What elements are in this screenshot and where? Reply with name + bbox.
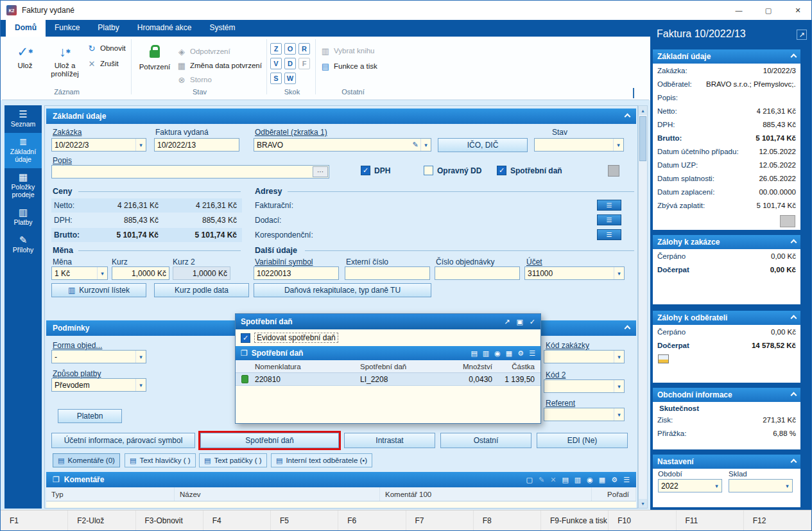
card-header[interactable]: Základní údaje (653, 49, 800, 64)
ucet-input[interactable] (525, 267, 614, 279)
spotrebni-dan-checkbox[interactable]: ✓ Spotřební daň (497, 166, 562, 175)
disabled-square-button[interactable] (608, 165, 619, 177)
referent-input[interactable] (544, 408, 614, 421)
fkey-f1[interactable]: F1 (1, 510, 68, 530)
collapse-icon[interactable] (791, 53, 797, 60)
fkey-f4[interactable]: F4 (203, 510, 271, 530)
popup-data-row[interactable]: 220810 LI_2208 0,0430 1 139,50 (236, 373, 540, 386)
dropdown-icon[interactable]: ▾ (712, 480, 721, 492)
odberatel-label[interactable]: Odběratel (zkratka 1) (255, 128, 327, 137)
edit-icon[interactable]: ✎ (539, 476, 544, 484)
fkey-f8[interactable]: F8 (474, 510, 541, 530)
fkey-f6[interactable]: F6 (338, 510, 406, 530)
referent-label[interactable]: Referent (546, 399, 575, 408)
fkey-f2[interactable]: F2-Ulož (68, 510, 135, 530)
maximize-button[interactable]: ▢ (754, 1, 783, 20)
storno-button[interactable]: ⊗ Storno (177, 73, 212, 86)
columns-icon[interactable]: ▦ (506, 349, 512, 358)
ribbon-tab-platby[interactable]: Platby (89, 20, 128, 37)
faktura-input[interactable] (154, 138, 239, 152)
sidebar-item-zakladni-udaje[interactable]: ≣ Základní údaje (4, 133, 42, 168)
popis-input[interactable] (51, 165, 329, 178)
jump-key-v[interactable]: V (270, 58, 282, 69)
collapse-icon[interactable] (791, 315, 797, 321)
kod-zakazky-combo[interactable]: ▾ (544, 350, 625, 363)
obdobi-input[interactable] (659, 480, 712, 492)
collapse-icon[interactable] (791, 458, 797, 465)
scroll-down-button[interactable]: ▾ (639, 499, 647, 508)
collapse-icon[interactable] (791, 239, 797, 245)
externi-input[interactable] (345, 266, 430, 280)
external-link-icon[interactable]: ↗ (797, 30, 807, 40)
jump-key-r[interactable]: R (298, 43, 310, 55)
column-nazev[interactable]: Název (175, 487, 380, 501)
pin-icon[interactable]: ▣ (516, 318, 523, 326)
fkey-f12[interactable]: F12 (744, 510, 811, 530)
menu-icon[interactable]: ☰ (623, 476, 630, 484)
column-spotrebni-dan[interactable]: Spotřební daň (360, 363, 455, 370)
obdobi-combo[interactable]: ▾ (658, 479, 722, 492)
kod2-input[interactable] (544, 380, 614, 392)
column-komentar[interactable]: Komentář 100 (380, 487, 592, 501)
delete-icon[interactable]: ✕ (550, 476, 556, 484)
kod-zakazky-input[interactable] (544, 351, 614, 363)
card-header[interactable]: Zálohy k zakázce (653, 235, 800, 249)
confirm-button[interactable]: Potvrzení (135, 39, 174, 88)
tab-text-hlavicky[interactable]: ▤Text hlavičky ( ) (125, 453, 196, 467)
popis-label[interactable]: Popis (53, 156, 72, 165)
kurzovni-listek-button[interactable]: ▥ Kurzovní lístek (51, 283, 146, 297)
mena-combo[interactable]: ▾ (51, 266, 108, 280)
zpusob-platby-combo[interactable]: ▾ (51, 378, 146, 392)
ribbon-tab-funkce[interactable]: Funkce (46, 20, 89, 37)
korespondencni-menu-button[interactable]: ☰ (597, 229, 621, 240)
varsym-label[interactable]: Variabilní symbol (255, 257, 313, 266)
dropdown-icon[interactable]: ▾ (614, 408, 624, 421)
sidebar-item-platby[interactable]: ▥ Platby (4, 204, 42, 231)
dropdown-icon[interactable]: ▾ (97, 267, 107, 279)
intrastat-button[interactable]: Intrastat (344, 433, 435, 448)
collapse-ribbon-button[interactable] (633, 89, 634, 98)
scroll-up-button[interactable]: ▴ (639, 106, 647, 115)
column-castka[interactable]: Částka (495, 363, 539, 370)
zpusob-platby-input[interactable] (52, 379, 135, 391)
forma-objednavky-combo[interactable]: ▾ (51, 350, 146, 363)
mena-input[interactable] (52, 267, 97, 279)
chart-icon[interactable]: ▥ (574, 476, 581, 484)
zakazka-label[interactable]: Zakázka (53, 128, 82, 137)
dropdown-icon[interactable]: ▾ (614, 267, 624, 279)
checkbox-checked-icon[interactable]: ✓ (241, 333, 250, 343)
ucet-combo[interactable]: ▾ (524, 266, 625, 280)
dph-checkbox[interactable]: ✓ DPH (361, 166, 390, 175)
minimize-button[interactable]: — (724, 1, 754, 20)
spotrebni-dan-button[interactable]: Spotřební daň (200, 433, 339, 448)
gear-icon[interactable]: ⚙ (611, 476, 618, 484)
zakazka-combo[interactable]: ▾ (51, 138, 146, 152)
fkey-f9[interactable]: F9-Funkce a tisk (541, 510, 609, 530)
close-button[interactable]: ✕ (783, 1, 812, 20)
chart-icon[interactable]: ▥ (483, 349, 489, 358)
kod-zakazky-label[interactable]: Kód zakázky (546, 341, 589, 350)
confirm-icon[interactable]: ✓ (530, 318, 535, 326)
ucet-label[interactable]: Účet (526, 257, 542, 266)
forma-objednavky-label[interactable]: Forma objed... (53, 341, 102, 350)
sidebar-item-seznam[interactable]: ☰ Seznam (4, 105, 42, 133)
sign-icon[interactable]: ✎ (410, 139, 420, 151)
dropdown-icon[interactable]: ▾ (782, 480, 792, 492)
tab-text-paticky[interactable]: ▤Text patičky ( ) (199, 453, 267, 467)
select-book-button[interactable]: ▥ Vybrat knihu (320, 44, 375, 57)
jump-key-z[interactable]: Z (270, 43, 282, 55)
payments-calendar-icon[interactable] (658, 354, 669, 363)
opravny-dd-checkbox[interactable]: Opravný DD (424, 166, 481, 175)
section-header-zakladni-udaje[interactable]: Základní údaje (46, 109, 636, 124)
forma-objednavky-input[interactable] (52, 351, 135, 363)
tab-komentare[interactable]: ▤Komentáře (0) (53, 453, 120, 467)
unconfirm-button[interactable]: ◈ Odpotvrzení (177, 45, 230, 58)
vertical-scrollbar[interactable]: ▴ ▾ (638, 105, 648, 509)
sklad-combo[interactable]: ▾ (729, 479, 793, 492)
zakazka-input[interactable] (52, 139, 135, 151)
printer-icon[interactable]: ▤ (562, 476, 568, 484)
functions-print-button[interactable]: ▤ Funkce a tisk (320, 60, 377, 73)
card-header[interactable]: Nastavení (653, 455, 800, 469)
odberatel-input[interactable] (254, 139, 410, 151)
jump-key-s[interactable]: S (270, 73, 282, 84)
